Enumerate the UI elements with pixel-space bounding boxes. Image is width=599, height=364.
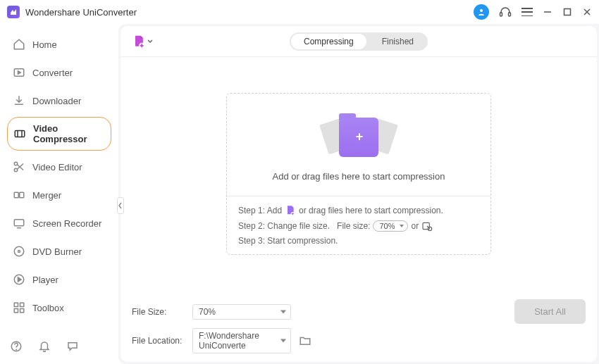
start-all-button[interactable]: Start All bbox=[514, 299, 586, 324]
step1-suffix: or drag files here to start compression. bbox=[299, 206, 443, 215]
title-left: Wondershare UniConverter bbox=[7, 6, 137, 18]
sidebar-item-label: Converter bbox=[32, 68, 73, 78]
svg-point-0 bbox=[480, 9, 483, 12]
svg-rect-4 bbox=[564, 9, 571, 15]
chevron-down-icon bbox=[147, 39, 153, 44]
svg-rect-26 bbox=[14, 309, 18, 313]
svg-point-13 bbox=[14, 168, 18, 172]
toolbar: Compressing Finished bbox=[121, 26, 597, 57]
sidebar-item-label: Video Editor bbox=[32, 162, 82, 172]
titlebar: Wondershare UniConverter bbox=[0, 0, 599, 24]
step2-label: File size: bbox=[337, 221, 370, 231]
footer: File Size: 70% Start All File Location: … bbox=[121, 291, 597, 362]
svg-marker-23 bbox=[18, 277, 22, 282]
svg-rect-17 bbox=[20, 192, 24, 198]
sidebar-item-player[interactable]: Player bbox=[7, 268, 111, 291]
bell-icon[interactable] bbox=[38, 340, 51, 353]
folder-illustration-icon: + bbox=[323, 113, 394, 163]
svg-rect-1 bbox=[500, 13, 502, 16]
svg-rect-24 bbox=[14, 303, 18, 306]
converter-icon bbox=[13, 66, 25, 79]
add-file-icon bbox=[132, 34, 146, 49]
file-size-select[interactable]: 70% bbox=[192, 304, 291, 320]
sidebar: Home Converter Downloader Video Compress… bbox=[0, 24, 118, 364]
main-panel: Compressing Finished + Add or drag bbox=[121, 26, 597, 362]
sidebar-item-label: Merger bbox=[32, 190, 61, 201]
step2-or: or bbox=[411, 221, 419, 231]
sidebar-item-video-compressor[interactable]: Video Compressor bbox=[7, 117, 111, 151]
add-file-small-icon bbox=[285, 205, 296, 216]
add-file-button[interactable] bbox=[132, 34, 153, 49]
sidebar-item-label: Downloader bbox=[32, 96, 81, 106]
tab-finished[interactable]: Finished bbox=[368, 32, 428, 51]
tab-compressing[interactable]: Compressing bbox=[291, 34, 366, 49]
svg-point-21 bbox=[18, 251, 20, 253]
download-icon bbox=[13, 94, 25, 107]
tab-label: Finished bbox=[382, 37, 414, 46]
minimize-icon[interactable] bbox=[543, 7, 552, 17]
drop-panel[interactable]: + Add or drag files here to start compre… bbox=[226, 93, 491, 255]
sidebar-item-label: Toolbox bbox=[32, 303, 64, 313]
start-all-label: Start All bbox=[534, 306, 566, 317]
svg-marker-8 bbox=[18, 71, 21, 75]
menu-icon[interactable] bbox=[521, 8, 533, 16]
svg-line-14 bbox=[18, 165, 23, 170]
step1-prefix: Step 1: Add bbox=[238, 206, 282, 215]
file-location-select[interactable]: F:\Wondershare UniConverte bbox=[192, 328, 291, 353]
feedback-icon[interactable] bbox=[66, 340, 79, 353]
play-icon bbox=[13, 273, 25, 286]
svg-rect-25 bbox=[20, 303, 24, 306]
file-size-inline-value: 70% bbox=[379, 222, 395, 230]
open-folder-button[interactable] bbox=[298, 334, 312, 348]
sidebar-item-label: Screen Recorder bbox=[32, 218, 101, 229]
grid-icon bbox=[13, 301, 25, 314]
step-2: Step 2: Change file size. File size: 70%… bbox=[238, 220, 479, 232]
drop-heading: Add or drag files here to start compress… bbox=[273, 171, 445, 182]
tabs: Compressing Finished bbox=[290, 32, 428, 51]
record-icon bbox=[13, 217, 25, 230]
svg-rect-27 bbox=[20, 309, 24, 313]
sidebar-item-downloader[interactable]: Downloader bbox=[7, 89, 111, 113]
support-icon[interactable] bbox=[499, 6, 512, 18]
step-3: Step 3: Start compression. bbox=[238, 236, 479, 246]
svg-point-20 bbox=[14, 246, 24, 256]
collapse-sidebar-icon[interactable] bbox=[117, 197, 124, 214]
steps: Step 1: Add or drag files here to start … bbox=[227, 196, 490, 254]
svg-line-38 bbox=[427, 226, 428, 227]
svg-point-29 bbox=[16, 349, 17, 350]
svg-rect-2 bbox=[509, 13, 511, 16]
home-icon bbox=[13, 38, 25, 51]
maximize-icon[interactable] bbox=[562, 7, 572, 17]
svg-point-37 bbox=[428, 227, 431, 230]
step2-prefix: Step 2: Change file size. bbox=[238, 221, 330, 231]
content: + Add or drag files here to start compre… bbox=[121, 57, 597, 291]
sidebar-item-converter[interactable]: Converter bbox=[7, 61, 111, 84]
file-size-label: File Size: bbox=[132, 307, 185, 317]
step3-text: Step 3: Start compression. bbox=[238, 236, 338, 246]
file-size-value: 70% bbox=[199, 307, 216, 317]
sidebar-item-home[interactable]: Home bbox=[7, 32, 111, 56]
sidebar-item-label: Home bbox=[32, 39, 57, 50]
settings-icon[interactable] bbox=[421, 220, 433, 232]
help-icon[interactable] bbox=[10, 340, 23, 353]
sidebar-item-label: Video Compressor bbox=[33, 123, 105, 144]
body: Home Converter Downloader Video Compress… bbox=[0, 24, 599, 364]
disc-icon bbox=[13, 245, 25, 258]
close-icon[interactable] bbox=[582, 7, 592, 17]
main: Compressing Finished + Add or drag bbox=[118, 24, 599, 364]
sidebar-bottom bbox=[7, 336, 111, 357]
file-size-inline-select[interactable]: 70% bbox=[373, 220, 408, 232]
sidebar-item-dvd-burner[interactable]: DVD Burner bbox=[7, 239, 111, 263]
drop-zone[interactable]: + Add or drag files here to start compre… bbox=[227, 94, 490, 196]
sidebar-item-video-editor[interactable]: Video Editor bbox=[7, 155, 111, 179]
svg-rect-18 bbox=[14, 220, 24, 226]
sidebar-item-label: DVD Burner bbox=[32, 246, 82, 257]
title-right bbox=[474, 4, 592, 20]
step-1: Step 1: Add or drag files here to start … bbox=[238, 205, 479, 216]
sidebar-item-merger[interactable]: Merger bbox=[7, 183, 111, 207]
user-avatar-icon[interactable] bbox=[474, 4, 489, 20]
sidebar-item-screen-recorder[interactable]: Screen Recorder bbox=[7, 211, 111, 235]
file-location-label: File Location: bbox=[132, 336, 185, 346]
svg-point-12 bbox=[14, 162, 18, 165]
sidebar-item-toolbox[interactable]: Toolbox bbox=[7, 296, 111, 320]
